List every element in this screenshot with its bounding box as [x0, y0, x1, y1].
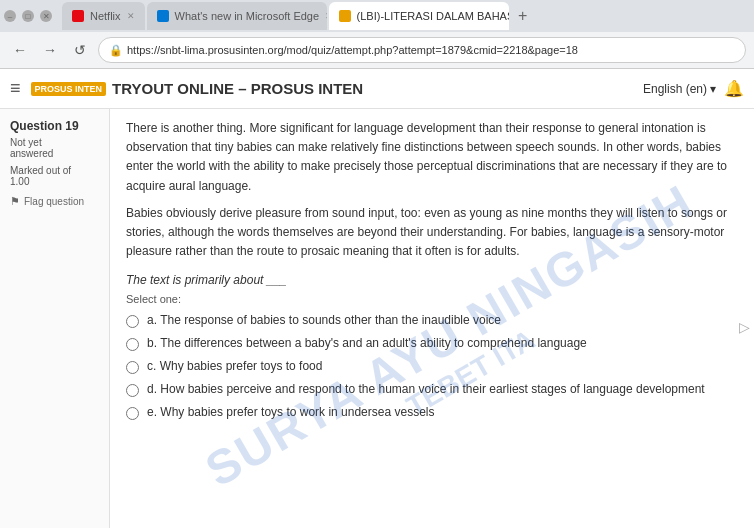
address-bar: ← → ↺ 🔒 https://snbt-lima.prosusinten.or…: [0, 32, 754, 68]
forward-button[interactable]: →: [38, 38, 62, 62]
window-controls: – □ ✕: [4, 10, 52, 22]
passage-text: There is another thing. More significant…: [126, 119, 738, 261]
netflix-favicon: [72, 10, 84, 22]
notification-bell-icon[interactable]: 🔔: [724, 79, 744, 98]
option-c[interactable]: c. Why babies prefer toys to food: [126, 359, 738, 374]
answer-options: a. The response of babies to sounds othe…: [126, 313, 738, 420]
flag-icon: ⚑: [10, 195, 20, 208]
option-b-text: b. The differences between a baby's and …: [147, 336, 587, 350]
question-sidebar: Question 19 Not yet answered Marked out …: [0, 109, 110, 528]
app-header: ≡ PROSUS INTEN TRYOUT ONLINE – PROSUS IN…: [0, 69, 754, 109]
option-c-text: c. Why babies prefer toys to food: [147, 359, 322, 373]
minimize-btn[interactable]: –: [4, 10, 16, 22]
back-button[interactable]: ←: [8, 38, 32, 62]
option-a-text: a. The response of babies to sounds othe…: [147, 313, 501, 327]
tab-netflix-label: Netflix: [90, 10, 121, 22]
language-selector[interactable]: English (en) ▾: [643, 82, 716, 96]
lang-label: English (en): [643, 82, 707, 96]
marked-value: 1.00: [10, 176, 29, 187]
add-tab-button[interactable]: +: [511, 4, 535, 28]
browser-chrome: – □ ✕ Netflix ✕ What's new in Microsoft …: [0, 0, 754, 69]
flag-label: Flag question: [24, 196, 84, 207]
option-b-radio[interactable]: [126, 338, 139, 351]
status-line2: answered: [10, 148, 53, 159]
quiz-favicon: [339, 10, 351, 22]
select-one-label: Select one:: [126, 293, 738, 305]
tab-edge-label: What's new in Microsoft Edge: [175, 10, 320, 22]
tab-quiz-label: (LBI)-LITERASI DALAM BAHASA I...: [357, 10, 509, 22]
option-e[interactable]: e. Why babies prefer toys to work in und…: [126, 405, 738, 420]
scroll-down-icon[interactable]: ▷: [739, 319, 750, 335]
option-c-radio[interactable]: [126, 361, 139, 374]
option-a-radio[interactable]: [126, 315, 139, 328]
lock-icon: 🔒: [109, 44, 123, 57]
maximize-btn[interactable]: □: [22, 10, 34, 22]
status-line1: Not yet: [10, 137, 42, 148]
option-d[interactable]: d. How babies perceive and respond to th…: [126, 382, 738, 397]
passage-paragraph-2: Babies obviously derive pleasure from so…: [126, 204, 738, 262]
tab-edge[interactable]: What's new in Microsoft Edge ✕: [147, 2, 327, 30]
brand-logo: PROSUS INTEN TRYOUT ONLINE – PROSUS INTE…: [31, 80, 364, 97]
tab-netflix-close[interactable]: ✕: [127, 11, 135, 21]
close-btn[interactable]: ✕: [40, 10, 52, 22]
question-label: Question: [10, 119, 62, 133]
tab-edge-close[interactable]: ✕: [325, 11, 326, 21]
content-area: Surya Ayu Ningasih TEBET ITA There is an…: [110, 109, 754, 528]
header-right: English (en) ▾ 🔔: [643, 79, 744, 98]
tab-bar: – □ ✕ Netflix ✕ What's new in Microsoft …: [0, 0, 754, 32]
tab-netflix[interactable]: Netflix ✕: [62, 2, 145, 30]
option-b[interactable]: b. The differences between a baby's and …: [126, 336, 738, 351]
lang-arrow-icon: ▾: [710, 82, 716, 96]
url-text: https://snbt-lima.prosusinten.org/mod/qu…: [127, 44, 578, 56]
option-a[interactable]: a. The response of babies to sounds othe…: [126, 313, 738, 328]
option-d-radio[interactable]: [126, 384, 139, 397]
tab-quiz[interactable]: (LBI)-LITERASI DALAM BAHASA I... ✕: [329, 2, 509, 30]
option-e-radio[interactable]: [126, 407, 139, 420]
question-number: Question 19: [10, 119, 99, 133]
option-e-text: e. Why babies prefer toys to work in und…: [147, 405, 434, 419]
question-num-value: 19: [65, 119, 78, 133]
url-bar[interactable]: 🔒 https://snbt-lima.prosusinten.org/mod/…: [98, 37, 746, 63]
menu-button[interactable]: ≡: [10, 78, 21, 99]
flag-question-button[interactable]: ⚑ Flag question: [10, 195, 99, 208]
edge-favicon: [157, 10, 169, 22]
main-content: Question 19 Not yet answered Marked out …: [0, 109, 754, 528]
marked-label: Marked out of: [10, 165, 71, 176]
question-status: Not yet answered: [10, 137, 99, 159]
brand-badge: PROSUS INTEN: [31, 82, 107, 96]
marked-out-of: Marked out of 1.00: [10, 165, 99, 187]
passage-paragraph-1: There is another thing. More significant…: [126, 119, 738, 196]
app-title: TRYOUT ONLINE – PROSUS INTEN: [112, 80, 363, 97]
refresh-button[interactable]: ↺: [68, 38, 92, 62]
question-stem: The text is primarily about ___: [126, 273, 738, 287]
option-d-text: d. How babies perceive and respond to th…: [147, 382, 705, 396]
